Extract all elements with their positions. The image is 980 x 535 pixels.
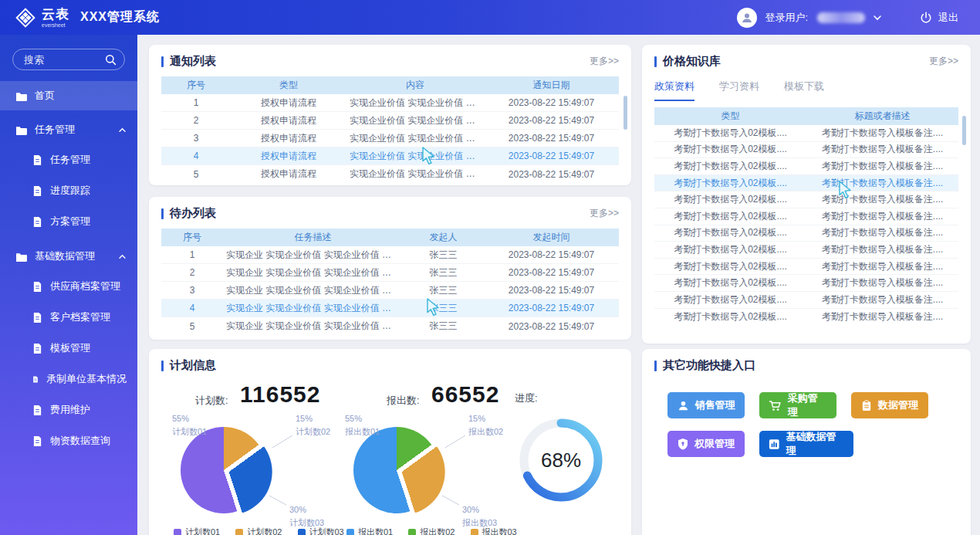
table-row[interactable]: 3 实现企业 实现企业价值 实现企业价值 为客户谋利益... 张三三 2023-…	[161, 282, 619, 300]
sidebar-menu: 首页 任务管理 任务管理 进度跟踪 方案管理 基础数据管理	[0, 81, 137, 456]
table-row[interactable]: 考勤打卡数据导入02模板.... 考勤打卡数据导入模板备注....	[654, 125, 958, 142]
search-input[interactable]	[24, 54, 105, 66]
sidebar-group-basic-data[interactable]: 基础数据管理	[0, 242, 137, 271]
more-link[interactable]: 更多>>	[590, 55, 619, 68]
sidebar-search[interactable]	[12, 49, 125, 70]
more-link[interactable]: 更多>>	[590, 207, 619, 220]
table-row[interactable]: 4 授权申请流程 实现企业价值 实现企业价值 为客户谋利益... 2023-08…	[161, 147, 619, 165]
top-header: 云表 eversheet XXX管理系统 登录用户: 退出	[0, 0, 980, 35]
table-row[interactable]: 考勤打卡数据导入02模板.... 考勤打卡数据导入模板备注....	[654, 208, 958, 225]
chevron-down-icon[interactable]	[873, 15, 882, 21]
tab-policy-materials[interactable]: 政策资料	[654, 80, 694, 101]
basic-data-management-button[interactable]: 基础数据管理	[759, 431, 853, 457]
panel-scrollbar[interactable]	[962, 116, 966, 145]
logout-label: 退出	[938, 11, 958, 25]
plan-count-value: 116552	[240, 381, 320, 408]
legend-item[interactable]: 报出数01	[346, 527, 393, 535]
document-icon	[32, 185, 42, 197]
sidebar-item-customer-archives[interactable]: 客户档案管理	[0, 302, 137, 333]
sales-management-button[interactable]: 销售管理	[667, 392, 745, 418]
table-row[interactable]: 考勤打卡数据导入02模板.... 考勤打卡数据导入模板备注....	[654, 275, 958, 292]
sidebar-nav: 首页 任务管理 任务管理 进度跟踪 方案管理 基础数据管理	[0, 35, 137, 535]
table-row[interactable]: 1 授权申请流程 实现企业价值 实现企业价值 为客户谋利益... 2023-08…	[161, 94, 619, 112]
tab-learning-materials[interactable]: 学习资料	[719, 80, 759, 101]
legend-color-swatch	[471, 529, 478, 535]
chevron-up-icon	[118, 254, 127, 259]
login-user-label: 登录用户:	[765, 11, 808, 25]
table-row[interactable]: 3 授权申请流程 实现企业价值 实现企业价值 为客户谋利益... 2023-08…	[161, 130, 619, 147]
report-count-label: 报出数:	[387, 394, 420, 408]
user-name-blurred	[817, 12, 865, 23]
pie-exploded-slice[interactable]	[359, 428, 445, 515]
pie-legend: 报出数01报出数02报出数03	[346, 527, 517, 535]
chevron-up-icon	[118, 127, 127, 133]
table-row[interactable]: 2 实现企业 实现企业价值 实现企业价值 为客户谋利益... 张三三 2023-…	[161, 264, 619, 282]
sidebar-item-progress-tracking[interactable]: 进度跟踪	[0, 175, 137, 206]
legend-item[interactable]: 计划数01	[174, 527, 220, 535]
pie-exploded-slice[interactable]	[186, 428, 272, 515]
panel-title: 其它功能快捷入口	[654, 358, 755, 373]
table-row[interactable]: 考勤打卡数据导入02模板.... 考勤打卡数据导入模板备注....	[654, 142, 958, 159]
legend-color-swatch	[346, 529, 354, 535]
power-icon	[919, 11, 933, 25]
table-row[interactable]: 考勤打卡数据导入02模板.... 考勤打卡数据导入模板备注....	[654, 242, 958, 259]
report-count-value: 66552	[431, 381, 499, 408]
table-row[interactable]: 考勤打卡数据导入02模板.... 考勤打卡数据导入模板备注....	[654, 259, 958, 276]
sidebar-item-plan-management[interactable]: 方案管理	[0, 206, 137, 237]
pie-legend: 计划数01计划数02计划数03	[174, 527, 344, 535]
panel-scrollbar[interactable]	[623, 96, 627, 130]
notice-list-panel: 通知列表 更多>> 序号 类型 内容 通知日期 1 授权申请流程 实现企业价值 …	[149, 45, 631, 185]
sidebar-item-material-data-query[interactable]: 物资数据查询	[0, 425, 137, 456]
more-link[interactable]: 更多>>	[929, 55, 958, 68]
panel-title: 计划信息	[161, 358, 216, 373]
tab-template-download[interactable]: 模板下载	[784, 80, 824, 101]
legend-color-swatch	[298, 529, 306, 535]
plan-count-label: 计划数:	[195, 394, 228, 408]
search-icon[interactable]	[105, 54, 117, 66]
legend-item[interactable]: 报出数03	[471, 527, 517, 535]
legend-item[interactable]: 报出数02	[408, 527, 455, 535]
sidebar-item-home[interactable]: 首页	[0, 81, 137, 110]
table-row[interactable]: 考勤打卡数据导入02模板.... 考勤打卡数据导入模板备注....	[654, 175, 958, 192]
user-icon	[678, 400, 689, 411]
legend-color-swatch	[235, 529, 243, 535]
clipboard-icon	[861, 400, 872, 411]
table-row[interactable]: 5 授权申请流程 实现企业价值 实现企业价值 为客户谋利益... 2023-08…	[161, 165, 619, 183]
sidebar-item-template-management[interactable]: 模板管理	[0, 333, 137, 364]
sidebar-item-cost-maintenance[interactable]: 费用维护	[0, 394, 137, 425]
dashboard-root: 云表 eversheet XXX管理系统 登录用户: 退出	[0, 0, 980, 535]
user-avatar[interactable]	[737, 8, 757, 28]
document-icon	[32, 343, 42, 354]
table-header: 序号 类型 内容 通知日期	[161, 76, 619, 94]
kb-table-body: 考勤打卡数据导入02模板.... 考勤打卡数据导入模板备注.... 考勤打卡数据…	[654, 125, 958, 325]
shield-icon	[678, 438, 688, 450]
table-row[interactable]: 1 实现企业 实现企业价值 实现企业价值 为客户谋利益... 张三三 2023-…	[161, 246, 619, 264]
report-pie-chart: 55%报出数01 15%报出数02 30%报出数03	[336, 409, 529, 533]
data-management-button[interactable]: 数据管理	[851, 392, 928, 418]
table-row[interactable]: 考勤打卡数据导入02模板.... 考勤打卡数据导入模板备注....	[654, 158, 958, 175]
sidebar-item-contractor-info[interactable]: 承制单位基本情况	[0, 364, 137, 394]
progress-label: 进度:	[515, 391, 538, 405]
todo-list-panel: 待办列表 更多>> 序号 任务描述 发起人 发起时间 1 实现企业 实现企业价值…	[149, 197, 631, 340]
pie-label: 55%计划数01	[172, 412, 207, 438]
table-row[interactable]: 4 实现企业 实现企业价值 实现企业价值 为客户谋利益... 张三三 2023-…	[161, 300, 619, 317]
table-row[interactable]: 考勤打卡数据导入02模板.... 考勤打卡数据导入模板备注....	[654, 191, 958, 208]
legend-item[interactable]: 计划数02	[235, 527, 282, 535]
table-header: 类型 标题或者描述	[654, 107, 958, 125]
table-row[interactable]: 5 实现企业 实现企业价值 实现企业价值 为客户谋利益... 张三三 2023-…	[161, 317, 619, 335]
purchase-management-button[interactable]: 采购管理	[759, 392, 836, 418]
permission-management-button[interactable]: 权限管理	[667, 431, 745, 457]
document-icon	[32, 405, 42, 416]
sidebar-group-task-management[interactable]: 任务管理	[0, 115, 137, 144]
brand-subname: eversheet	[42, 22, 69, 28]
sidebar-item-task-management[interactable]: 任务管理	[0, 144, 137, 175]
panel-title: 通知列表	[161, 54, 216, 69]
app-title: XXX管理系统	[80, 9, 160, 25]
progress-donut-chart: 68%	[518, 417, 604, 503]
sidebar-item-supplier-archives[interactable]: 供应商档案管理	[0, 271, 137, 302]
table-row[interactable]: 考勤打卡数据导入02模板.... 考勤打卡数据导入模板备注....	[654, 225, 958, 242]
table-row[interactable]: 2 授权申请流程 实现企业价值 实现企业价值 为客户谋利益... 2023-08…	[161, 112, 619, 130]
table-row[interactable]: 考勤打卡数据导入02模板.... 考勤打卡数据导入模板备注....	[654, 309, 958, 326]
logout-button[interactable]: 退出	[919, 11, 958, 25]
table-row[interactable]: 考勤打卡数据导入02模板.... 考勤打卡数据导入模板备注....	[654, 292, 958, 309]
